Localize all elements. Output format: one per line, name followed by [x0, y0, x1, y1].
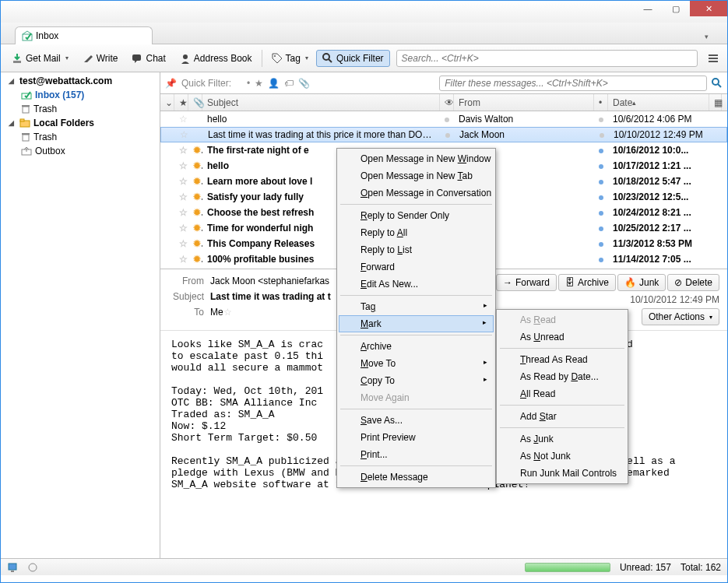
- col-correspondents[interactable]: 👁: [440, 94, 454, 111]
- folder-inbox[interactable]: Inbox (157): [1, 88, 160, 102]
- filter-attachment-icon[interactable]: 📎: [298, 78, 310, 89]
- menu-mark[interactable]: Mark▸: [339, 315, 494, 332]
- search-icon[interactable]: [712, 78, 723, 89]
- menu-as-unread[interactable]: As Unread: [498, 328, 626, 346]
- filter-tags-icon[interactable]: 🏷: [284, 78, 294, 89]
- col-picker[interactable]: ▦: [709, 94, 722, 111]
- col-thread[interactable]: ⌄: [160, 94, 174, 111]
- status-unread: Unread: 157: [620, 562, 671, 573]
- folder-outbox[interactable]: Outbox: [1, 144, 160, 158]
- menu-reply-all[interactable]: Reply to All: [339, 224, 494, 241]
- menu-tag[interactable]: Tag▸: [339, 298, 494, 315]
- menu-save-as[interactable]: Save As...: [339, 412, 494, 429]
- person-icon: [180, 53, 191, 64]
- menu-all-read[interactable]: All Read: [498, 385, 626, 402]
- menu-open-new-window[interactable]: Open Message in New Window: [339, 150, 494, 167]
- activity-icon[interactable]: [27, 562, 38, 573]
- main-toolbar: Get Mail ▾ Write Chat Address Book Tag ▾…: [1, 44, 727, 72]
- maximize-button[interactable]: ▢: [662, 1, 690, 16]
- menu-reply-list[interactable]: Reply to List: [339, 241, 494, 258]
- svg-point-5: [323, 54, 329, 60]
- col-from[interactable]: From: [454, 94, 594, 111]
- local-folders-node[interactable]: ◢ Local Folders: [1, 116, 160, 130]
- trash-icon: [21, 104, 30, 114]
- menu-as-read-by-date[interactable]: As Read by Date...: [498, 368, 626, 385]
- chat-button[interactable]: Chat: [125, 50, 171, 67]
- star-icon[interactable]: ☆: [179, 254, 188, 265]
- filter-starred-icon[interactable]: ★: [255, 78, 263, 89]
- address-book-button[interactable]: Address Book: [174, 50, 258, 67]
- col-subject[interactable]: Subject: [202, 94, 440, 111]
- menu-print-preview[interactable]: Print Preview: [339, 429, 494, 446]
- archive-button[interactable]: 🗄Archive: [558, 274, 616, 291]
- unread-burst-icon: ✹: [193, 238, 202, 249]
- menu-edit-as-new[interactable]: Edit As New...: [339, 276, 494, 293]
- delete-button[interactable]: ⊘Delete: [667, 274, 719, 291]
- star-icon[interactable]: ☆: [179, 207, 188, 218]
- folder-trash[interactable]: Trash: [1, 102, 160, 116]
- trash-icon: [21, 132, 30, 142]
- star-icon[interactable]: ☆: [179, 160, 188, 171]
- star-icon[interactable]: ☆: [179, 191, 188, 202]
- star-icon[interactable]: ☆: [179, 238, 188, 249]
- pin-icon[interactable]: 📌: [165, 78, 177, 89]
- filter-contact-icon[interactable]: 👤: [268, 78, 280, 89]
- other-actions-button[interactable]: Other Actions▾: [642, 308, 719, 325]
- tag-button[interactable]: Tag ▾: [266, 50, 315, 67]
- message-date: 10/17/2012 1:21 ...: [608, 160, 709, 171]
- message-date: 10/6/2012 4:06 PM: [608, 114, 709, 125]
- col-date[interactable]: Date ▴: [608, 94, 709, 111]
- menu-print[interactable]: Print...: [339, 446, 494, 463]
- menu-thread-as-read[interactable]: Thread As Read: [498, 351, 626, 368]
- col-read[interactable]: •: [594, 94, 608, 111]
- minimize-button[interactable]: —: [634, 1, 662, 16]
- col-attachment[interactable]: 📎: [188, 94, 202, 111]
- star-icon[interactable]: ☆: [179, 114, 188, 125]
- menu-as-not-junk[interactable]: As Not Junk: [498, 448, 626, 465]
- star-icon[interactable]: ☆: [180, 129, 189, 140]
- message-date: 10/25/2012 2:17 ...: [608, 223, 709, 234]
- star-icon[interactable]: ☆: [179, 145, 188, 156]
- menu-open-new-tab[interactable]: Open Message in New Tab: [339, 167, 494, 184]
- appmenu-button[interactable]: [704, 49, 723, 68]
- write-button[interactable]: Write: [76, 50, 125, 67]
- folder-pane: ◢test@webattack.com Inbox (157) Trash ◢ …: [1, 72, 160, 558]
- svg-rect-8: [22, 105, 30, 107]
- account-node[interactable]: ◢test@webattack.com: [1, 74, 160, 88]
- svg-point-3: [183, 54, 188, 59]
- menu-archive[interactable]: Archive: [339, 338, 494, 355]
- message-date: 10/18/2012 5:47 ...: [608, 176, 709, 187]
- tab-inbox[interactable]: Inbox: [15, 26, 153, 44]
- read-dot-icon: [599, 118, 603, 122]
- menu-open-conversation[interactable]: Open Message in Conversation: [339, 184, 494, 202]
- junk-button[interactable]: 🔥Junk: [617, 274, 666, 291]
- filter-unread-icon[interactable]: •: [247, 78, 250, 89]
- get-mail-button[interactable]: Get Mail ▾: [5, 50, 75, 67]
- menu-run-junk-controls[interactable]: Run Junk Mail Controls: [498, 465, 626, 482]
- folder-local-trash[interactable]: Trash: [1, 130, 160, 144]
- message-row[interactable]: ☆Last time it was trading at this price …: [160, 127, 727, 142]
- menu-copy-to[interactable]: Copy To▸: [339, 372, 494, 389]
- menu-add-star[interactable]: Add Star: [498, 408, 626, 425]
- menu-as-junk[interactable]: As Junk: [498, 430, 626, 448]
- menu-move-to[interactable]: Move To▸: [339, 355, 494, 372]
- menu-reply-sender[interactable]: Reply to Sender Only: [339, 207, 494, 224]
- online-icon[interactable]: [7, 562, 18, 573]
- tabstrip-menu-icon[interactable]: ▾: [686, 30, 727, 44]
- message-row[interactable]: ☆helloDavis Walton10/6/2012 4:06 PM: [160, 111, 727, 127]
- col-star[interactable]: ★: [174, 94, 188, 111]
- close-button[interactable]: ✕: [690, 1, 727, 16]
- archive-icon: 🗄: [565, 277, 575, 288]
- subject-label: Subject: [168, 290, 207, 305]
- filter-input[interactable]: [439, 76, 707, 91]
- star-icon[interactable]: ☆: [179, 223, 188, 234]
- menu-delete-message[interactable]: Delete Message: [339, 469, 494, 486]
- search-input[interactable]: [396, 50, 698, 67]
- tab-strip: Inbox ▾: [1, 23, 727, 44]
- context-submenu-mark: As Read As Unread Thread As Read As Read…: [496, 309, 628, 484]
- quick-filter-button[interactable]: Quick Filter: [316, 50, 390, 67]
- star-icon[interactable]: ☆: [179, 176, 188, 187]
- menu-forward[interactable]: Forward: [339, 258, 494, 276]
- message-subject: hello: [202, 114, 440, 125]
- forward-button[interactable]: →Forward: [496, 274, 557, 291]
